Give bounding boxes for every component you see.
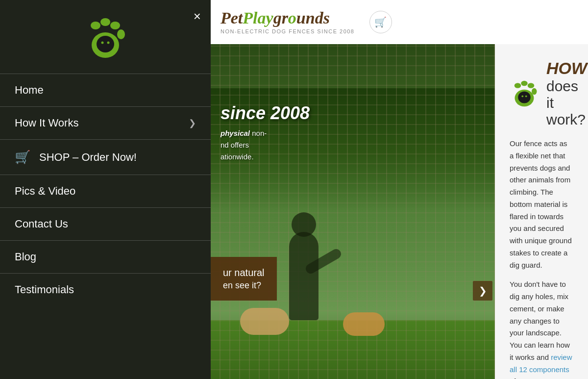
svg-point-14 (518, 91, 531, 103)
cart-icon: 🛒 (15, 150, 30, 165)
svg-point-11 (528, 83, 535, 88)
svg-point-16 (525, 95, 527, 97)
slider-arrow-icon: ❯ (479, 285, 487, 297)
slider-caption-text: ur naturalen see it? (223, 266, 265, 292)
dog-shape-2 (343, 312, 385, 336)
nav-item-how-it-works: How It Works ❯ (0, 106, 211, 139)
nav-label-how-it-works: How It Works (15, 117, 78, 129)
brand-grounds: gr (273, 9, 288, 27)
page-wrapper: × Home How It Works ❯ 🛒 SHOP – Order Now… (0, 0, 588, 379)
nav-link-home[interactable]: Home (0, 74, 211, 106)
nav-list: Home How It Works ❯ 🛒 SHOP – Order Now! … (0, 74, 211, 379)
header-cart-button[interactable]: 🛒 (369, 11, 392, 33)
nav-item-blog: Blog (0, 240, 211, 273)
how-desc-1: Our fence acts as a flexible net that pr… (510, 138, 573, 271)
svg-point-2 (110, 22, 120, 29)
desc-overlay: physical non-nd offersationwide. (220, 127, 267, 163)
how-title: HOW does it work? (546, 59, 587, 128)
nav-item-home: Home (0, 74, 211, 106)
nav-label-shop: SHOP – Order Now! (39, 151, 137, 164)
brand-play: Play (243, 9, 273, 27)
how-desc-2-before: You don't have to dig any holes, mix cem… (510, 280, 570, 361)
svg-point-7 (101, 42, 104, 44)
nav-item-testimonials: Testimonials (0, 273, 211, 306)
fence-scene-bg: since 2008 physical non-nd offersationwi… (211, 44, 495, 379)
svg-point-1 (100, 18, 110, 26)
svg-point-6 (98, 37, 112, 51)
nav-link-contact-us[interactable]: Contact Us (0, 208, 211, 240)
brand-title: PetPlaygrounds (220, 10, 355, 26)
logo-paw-icon (81, 15, 130, 64)
nav-link-pics-video[interactable]: Pics & Video (0, 175, 211, 207)
since-text: since 2008 (220, 103, 310, 124)
svg-point-8 (107, 42, 110, 44)
how-paw-icon (510, 79, 539, 108)
main-content: PetPlaygrounds NON-ELECTRIC DOG FENCES S… (211, 0, 588, 379)
svg-point-10 (521, 80, 528, 86)
how-desc-2: You don't have to dig any holes, mix cem… (510, 278, 573, 379)
person-silhouette (289, 232, 318, 320)
svg-point-0 (91, 22, 100, 29)
brand-pet: Pet (220, 9, 243, 27)
svg-point-15 (521, 95, 523, 97)
nav-link-testimonials[interactable]: Testimonials (0, 274, 211, 306)
nav-item-pics-video: Pics & Video (0, 175, 211, 207)
dog-shape-1 (240, 308, 289, 335)
content-panel: HOW does it work? Our fence acts as a fl… (495, 44, 588, 379)
close-menu-button[interactable]: × (194, 10, 201, 23)
sidebar-header: × (0, 0, 211, 74)
how-section: HOW does it work? Our fence acts as a fl… (510, 59, 573, 379)
nav-link-shop[interactable]: 🛒 SHOP – Order Now! (0, 140, 211, 175)
slider-arrow[interactable]: ❯ (473, 281, 492, 301)
fence-scene: since 2008 physical non-nd offersationwi… (211, 44, 495, 379)
svg-point-9 (514, 83, 521, 88)
svg-point-3 (117, 29, 125, 39)
nav-link-how-it-works[interactable]: How It Works ❯ (0, 107, 211, 139)
nav-item-contact-us: Contact Us (0, 207, 211, 240)
nav-link-blog[interactable]: Blog (0, 241, 211, 273)
person-head (292, 212, 316, 237)
brand-tagline: NON-ELECTRIC DOG FENCES SINCE 2008 (220, 28, 355, 34)
brand-logo: PetPlaygrounds NON-ELECTRIC DOG FENCES S… (220, 10, 355, 34)
slider-caption: ur naturalen see it? (211, 257, 277, 301)
sidebar-menu: × Home How It Works ❯ 🛒 SHOP – Order Now… (0, 0, 211, 379)
nav-item-shop: 🛒 SHOP – Order Now! (0, 139, 211, 175)
nav-arrow-how-it-works: ❯ (189, 118, 196, 128)
how-desc-2-after: of our Dog Fence Kit, however the true s… (510, 377, 571, 379)
brand-ounds: o (288, 9, 296, 27)
how-header: HOW does it work? (510, 59, 573, 128)
brand-unds: unds (296, 9, 330, 27)
header-bar: PetPlaygrounds NON-ELECTRIC DOG FENCES S… (211, 0, 588, 44)
